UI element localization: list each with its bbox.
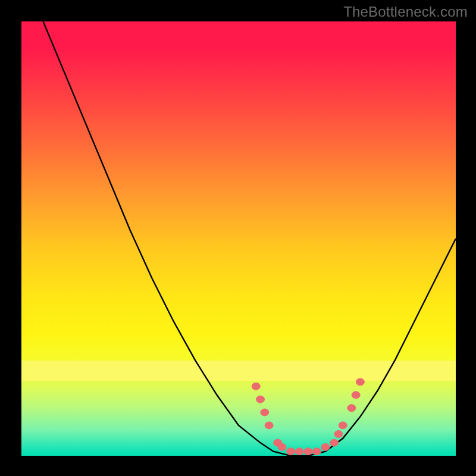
curve-marker [352, 392, 360, 399]
curve-marker [321, 443, 330, 450]
curve-marker [330, 439, 339, 446]
curve-marker [287, 448, 295, 455]
curve-marker [312, 448, 321, 455]
curve-marker [256, 396, 265, 403]
curve-marker [261, 409, 269, 416]
curve-marker [347, 405, 356, 412]
plot-area [21, 21, 456, 456]
curve-marker [278, 443, 286, 450]
curve-marker [295, 448, 303, 455]
curve-marker [304, 448, 312, 455]
bottleneck-curve [43, 21, 456, 456]
curve-marker [356, 378, 364, 386]
curve-svg [21, 21, 456, 456]
curve-marker [252, 383, 260, 390]
curve-marker [339, 422, 347, 429]
marker-group [252, 378, 364, 455]
attribution-label: TheBottleneck.com [343, 4, 468, 20]
curve-marker [334, 431, 343, 438]
curve-marker [265, 422, 273, 429]
chart-stage: TheBottleneck.com [0, 0, 476, 476]
